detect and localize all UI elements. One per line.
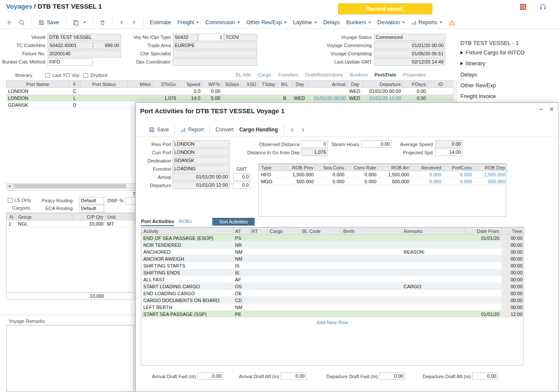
date-from-cell[interactable] xyxy=(465,269,502,276)
menu-laytime[interactable]: Laytime xyxy=(293,19,317,25)
berth-cell[interactable] xyxy=(342,269,402,276)
berth-cell[interactable] xyxy=(342,235,402,242)
bl-cell[interactable] xyxy=(278,88,292,95)
col-day-departure[interactable]: Day xyxy=(348,81,363,88)
col-berth[interactable]: Berth xyxy=(342,228,402,235)
date-from-cell[interactable]: 01/01/20 xyxy=(465,311,502,318)
f-cell[interactable]: D xyxy=(69,102,80,108)
remarks-cell[interactable]: REASON: xyxy=(402,249,465,255)
activity-cell[interactable]: CARGO DOCUMENTS ON BOARD xyxy=(142,297,233,304)
activity-row[interactable]: START LOADING CARGO OS CARGO: 00:00 xyxy=(142,283,524,290)
rt-cell[interactable] xyxy=(250,255,268,262)
voyage-status-field[interactable]: Commenced xyxy=(374,34,445,41)
activity-cell[interactable]: ANCHOR AWEIGH xyxy=(142,255,233,262)
col-pdays[interactable]: PDays xyxy=(403,81,428,88)
speed-cell[interactable]: 0.0 xyxy=(178,88,202,95)
time-cell[interactable]: 00:00 xyxy=(502,242,524,249)
portcons-cell[interactable]: 0.000 xyxy=(443,178,474,185)
rob-row-hfo[interactable]: HFO 1,500.000 0.000 0.000 1,500.000 0.00… xyxy=(259,171,507,178)
time-cell[interactable]: 12:00 xyxy=(502,311,524,318)
average-speed-field[interactable]: 0.00 xyxy=(435,140,463,148)
activity-row[interactable]: SHIFTING ENDS IE 00:00 xyxy=(142,269,524,276)
col-activity[interactable]: Activity xyxy=(142,228,233,235)
activity-row[interactable]: START SEA PASSAGE (SSP) PE 01/01/20 12:0… xyxy=(142,311,524,318)
date-from-cell[interactable] xyxy=(465,262,502,269)
col-unit[interactable]: Unit xyxy=(105,214,125,220)
col-f[interactable]: F xyxy=(69,81,80,88)
activity-row[interactable]: ANCHORED NM REASON: 00:00 xyxy=(142,249,524,255)
berth-cell[interactable] xyxy=(342,255,402,262)
activity-row[interactable]: ANCHOR AWEIGH NM 00:00 xyxy=(142,255,524,262)
group-cell[interactable]: NGL xyxy=(16,220,73,227)
bl-code-cell[interactable] xyxy=(300,304,342,311)
sidebar-item-fixture-cargo[interactable]: Fixture Cargo for INTCO xyxy=(460,50,524,56)
headset-icon[interactable] xyxy=(539,3,547,10)
xsd-cell[interactable] xyxy=(241,95,259,102)
scrollbar-thumb[interactable] xyxy=(14,184,126,188)
date-from-cell[interactable] xyxy=(465,290,502,297)
cargo-cell[interactable] xyxy=(268,290,300,297)
berth-cell[interactable] xyxy=(342,290,402,297)
steam-hours-field[interactable]: 0.00 xyxy=(361,140,392,148)
destination-field[interactable]: GDANSK xyxy=(172,157,230,164)
modal-save-button[interactable]: Save xyxy=(149,127,169,133)
add-new-row-link[interactable]: Add New Row xyxy=(141,320,523,325)
date-from-cell[interactable] xyxy=(465,304,502,311)
col-tsday[interactable]: TSday xyxy=(259,81,278,88)
activity-cell[interactable]: ANCHORED xyxy=(142,249,233,255)
itinerary-row-selected[interactable]: LONDON L 1,076 14.0 5.00 B WED 01/01/20 … xyxy=(6,95,454,102)
cargo-cell[interactable] xyxy=(268,249,300,255)
previous-button[interactable] xyxy=(119,19,125,25)
bl-code-cell[interactable] xyxy=(300,290,342,297)
remarks-cell[interactable] xyxy=(402,235,465,242)
bunker-calc-method-field[interactable]: FIFO xyxy=(48,58,93,66)
sea-cons-cell[interactable]: 0.000 xyxy=(316,171,346,178)
pdays-cell[interactable]: 0.00 xyxy=(403,88,428,95)
tab-properties[interactable]: Properties xyxy=(403,72,425,77)
received-cell[interactable]: 0.000 xyxy=(411,171,443,178)
date-from-cell[interactable] xyxy=(465,255,502,262)
sea-cons-cell[interactable]: 0.000 xyxy=(316,178,346,185)
prev-port-field[interactable]: LONDON xyxy=(172,140,230,148)
port-status-cell[interactable] xyxy=(80,95,128,102)
tab-port-date[interactable]: Port/Date xyxy=(374,72,396,77)
time-cell[interactable]: 00:00 xyxy=(502,269,524,276)
tc-code-field[interactable]: S0432-I0001 xyxy=(48,42,93,49)
col-cargo[interactable]: Cargo xyxy=(268,228,300,235)
speed-cell[interactable]: 14.0 xyxy=(178,95,202,102)
rt-cell[interactable] xyxy=(250,283,268,290)
at-cell[interactable]: NR xyxy=(233,242,250,249)
voyage-commencing-field[interactable]: 01/01/20 00:00 xyxy=(374,42,445,49)
wf-cell[interactable]: 5.00 xyxy=(202,95,222,102)
col-miles[interactable]: Miles xyxy=(128,81,153,88)
departure-draft-aft-field[interactable]: 0.00 xyxy=(472,373,498,380)
col-cons-rate[interactable]: Cons Rate xyxy=(346,164,378,171)
rob-prev-cell[interactable]: 1,500.000 xyxy=(283,171,316,178)
col-wf[interactable]: WF% xyxy=(202,81,222,88)
activity-cell[interactable]: START SEA PASSAGE (SSP) xyxy=(142,311,233,318)
date-from-cell[interactable] xyxy=(465,283,502,290)
last-update-gmt-field[interactable]: 02/12/20 14:49 xyxy=(374,58,445,66)
rob-row-mgo[interactable]: MGO 500.000 0.000 0.000 500.000 0.000 0.… xyxy=(259,178,507,185)
col-arrival[interactable]: Arrival xyxy=(308,81,348,88)
tab-bl-info[interactable]: BL Info xyxy=(236,72,251,77)
berth-cell[interactable] xyxy=(342,297,402,304)
at-cell[interactable]: OE xyxy=(233,290,250,297)
port-name-cell[interactable]: LONDON xyxy=(6,95,69,102)
col-day-arrival[interactable]: Day xyxy=(292,81,308,88)
bl-code-cell[interactable] xyxy=(300,297,342,304)
tsday-cell[interactable] xyxy=(259,88,278,95)
sort-activities-button[interactable]: Sort Activities xyxy=(212,218,255,226)
activity-row[interactable]: CARGO DOCUMENTS ON BOARD CD 00:00 xyxy=(142,297,524,304)
ops-coordinator-field[interactable] xyxy=(173,58,257,66)
id-cell[interactable] xyxy=(428,88,454,95)
col-rob-prev[interactable]: ROB Prev xyxy=(283,164,316,171)
col-port-name[interactable]: Port Name xyxy=(6,81,69,88)
delete-button[interactable] xyxy=(99,19,105,26)
activity-cell[interactable]: ALL FAST xyxy=(142,276,233,283)
port-status-cell[interactable] xyxy=(80,88,128,95)
rt-cell[interactable] xyxy=(250,297,268,304)
cons-rate-cell[interactable]: 0.000 xyxy=(346,178,378,185)
at-cell[interactable]: IS xyxy=(233,262,250,269)
activity-row[interactable]: LEFT BERTH NM 00:00 xyxy=(142,304,524,311)
